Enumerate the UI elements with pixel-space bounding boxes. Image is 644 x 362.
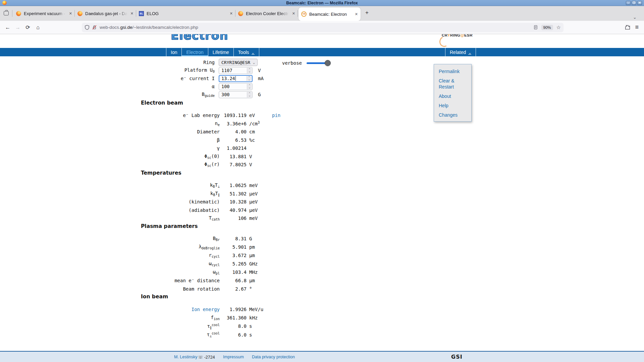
home-button[interactable]: ⌂	[33, 24, 43, 31]
forward-button[interactable]: →	[13, 24, 23, 31]
param-value: 6.53	[220, 137, 247, 143]
param-label: mean e⁻ distance	[141, 278, 220, 283]
param-label: Φsc(0)	[141, 154, 220, 160]
param-row: fion 361.360 kHz	[141, 313, 329, 322]
tracking-shield-icon[interactable]	[85, 25, 90, 30]
param-row: τ⊥cool 6.0 s	[141, 330, 329, 339]
chevron-down-icon: ⌄	[252, 51, 255, 55]
param-row: λdeBroglie 5.901 pm	[141, 243, 329, 251]
menu-item-help[interactable]: Help	[439, 103, 468, 109]
param-row: Diameter 4.00 cm	[141, 128, 329, 136]
section-electron-beam: Electron beam e⁻ Lab energy 1093.119 eV …	[141, 100, 329, 169]
tab-close-icon[interactable]: ✕	[355, 12, 358, 16]
tab-beamcalc-active[interactable]: YR Beamcalc: Electron ✕	[299, 7, 361, 21]
tab-close-icon[interactable]: ✕	[292, 11, 295, 16]
impressum-link[interactable]: Impressum	[223, 355, 244, 359]
param-row: ωcycl 5.265 GHz	[141, 260, 329, 268]
tab-electron-cooler[interactable]: Electron Cooler Electrica ✕	[235, 6, 298, 21]
platform-input[interactable]: 1107 ⌃⌄	[219, 67, 253, 74]
back-button[interactable]: ←	[3, 24, 13, 31]
param-value: 13.881	[220, 154, 247, 159]
section-plasma-parameters: Plasma parameters BBr 8.31 G λdeBroglie …	[141, 223, 329, 293]
slider-thumb[interactable]	[325, 60, 331, 66]
param-value: 66.8	[220, 278, 247, 283]
close-button[interactable]: ✕	[637, 1, 642, 5]
extensions-icon[interactable]	[625, 24, 630, 30]
menu-item-clear-restart[interactable]: Clear & Restart	[439, 78, 468, 90]
phone-icon: ☏	[198, 355, 203, 360]
param-row: BBr 8.31 G	[141, 235, 329, 243]
bguide-label: Bguide	[141, 92, 215, 98]
minimize-button[interactable]: –	[626, 1, 631, 5]
beamcalc-icon: YR	[301, 11, 307, 17]
alpha-label: α	[141, 84, 215, 89]
spinner-icon[interactable]: ⌃⌄	[247, 84, 252, 89]
param-value: 1.00214	[220, 145, 247, 151]
grafana-icon	[77, 11, 83, 16]
spinner-icon[interactable]: ⌃⌄	[247, 68, 252, 73]
zoom-level-badge[interactable]: 90%	[541, 25, 553, 30]
reload-button[interactable]: ⟳	[23, 24, 33, 31]
grafana-icon	[238, 11, 243, 16]
param-label: ωpl	[141, 269, 220, 275]
firefox-view-icon[interactable]	[3, 10, 11, 17]
param-label: γ	[141, 145, 220, 151]
verbose-slider[interactable]	[307, 62, 328, 64]
unit-label: G	[258, 92, 261, 97]
ion-energy-link[interactable]: Ion energy	[141, 307, 220, 312]
section-temperatures: Temperatures kBT⊥ 1.0625 meV kBT∥ 51.302…	[141, 170, 329, 223]
nav-tab-electron[interactable]: Electron	[182, 48, 208, 56]
param-unit: μeV	[249, 191, 266, 196]
window-titlebar: Beamcalc: Electron — Mozilla Firefox – ❐…	[0, 0, 644, 6]
url-bar[interactable]: web-docs.gsi.de/~lestinsk/beamcalc/elect…	[82, 23, 564, 32]
param-row: e⁻ Lab energy 1093.119 eV pin	[141, 111, 329, 120]
param-row: Beam rotation 2.67 °	[141, 285, 329, 293]
nav-tab-tools[interactable]: Tools⌄	[234, 48, 259, 56]
bookmark-star-icon[interactable]: ☆	[556, 24, 561, 31]
alpha-input[interactable]: 100 ⌃⌄	[219, 83, 253, 90]
param-unit: V	[249, 154, 266, 159]
tab-experiment-vacuum[interactable]: Experiment vacuum - Da ✕	[13, 6, 75, 21]
tab-close-icon[interactable]: ✕	[69, 11, 72, 16]
page-footer: M. Lestinsky ☏-2724 Impressum Data priva…	[0, 351, 644, 362]
tab-elog[interactable]: EL ELOG ✕	[136, 6, 235, 21]
menu-item-about[interactable]: About	[439, 93, 468, 99]
param-value: 5.265	[220, 261, 247, 266]
param-value: 1.0625	[220, 183, 247, 188]
menu-item-changes[interactable]: Changes	[439, 112, 468, 118]
maximize-button[interactable]: ❐	[632, 1, 636, 5]
new-tab-button[interactable]: +	[363, 9, 371, 16]
spinner-icon[interactable]: ⌃⌄	[247, 76, 252, 81]
param-unit: μm	[249, 253, 266, 258]
platform-label: Platform U0	[141, 67, 215, 73]
privacy-link[interactable]: Data privacy protection	[252, 355, 295, 359]
menu-item-permalink[interactable]: Permalink	[439, 68, 468, 74]
param-unit: G	[249, 236, 266, 241]
param-value: 103.4	[220, 269, 247, 275]
ring-select[interactable]: CRYRING@ESR ⌄	[219, 59, 258, 66]
param-label: (kinematic)	[141, 199, 220, 204]
nav-tab-related[interactable]: Related⌄	[445, 48, 476, 56]
tab-close-icon[interactable]: ✕	[130, 11, 133, 16]
tab-daedalus[interactable]: Daedalus gas-jet - Dashb ✕	[75, 6, 136, 21]
current-input[interactable]: 13.24 ⌃⌄	[219, 75, 253, 82]
nav-tab-ion[interactable]: Ion	[166, 48, 182, 56]
author-link[interactable]: M. Lestinsky	[174, 355, 197, 359]
insecure-lock-icon[interactable]	[92, 25, 97, 30]
param-label: Diameter	[141, 129, 220, 134]
tab-overflow-chevron-icon[interactable]: ⌄	[633, 15, 637, 20]
bguide-input[interactable]: 300 ⌃⌄	[219, 91, 253, 98]
pin-link[interactable]: pin	[272, 113, 280, 118]
ring-label: Ring	[141, 60, 215, 65]
param-value: 40.974	[220, 207, 247, 213]
nav-tab-lifetime[interactable]: Lifetime	[208, 48, 234, 56]
reader-mode-icon[interactable]	[533, 25, 538, 30]
param-row: γ 1.00214	[141, 144, 329, 153]
tab-close-icon[interactable]: ✕	[230, 11, 233, 16]
spinner-icon[interactable]: ⌃⌄	[247, 92, 252, 98]
url-text: web-docs.gsi.de/~lestinsk/beamcalc/elect…	[100, 25, 198, 30]
param-row: (kinematic) 10.328 μeV	[141, 198, 329, 206]
param-value: 1.9926	[220, 307, 247, 312]
param-label: τ⊥cool	[141, 331, 220, 338]
menu-button[interactable]: ≡	[635, 24, 639, 31]
